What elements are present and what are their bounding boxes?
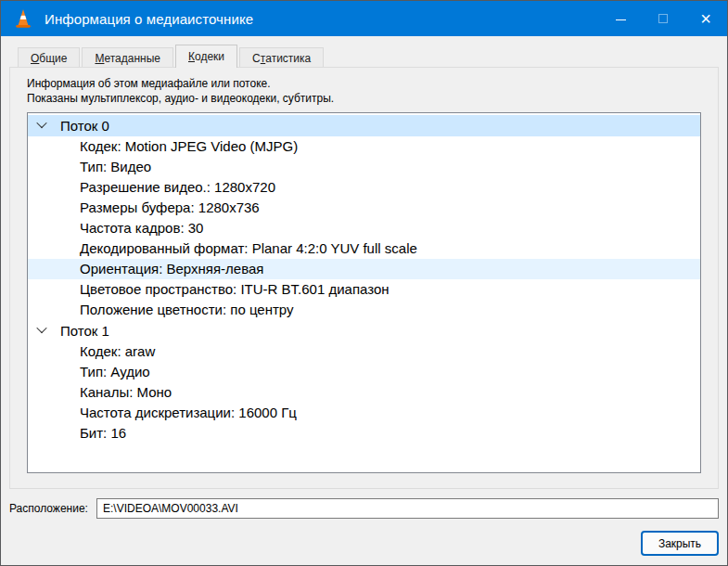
codec-tab-pane: Информация об этом медиафайле или потоке… (9, 67, 719, 489)
close-dialog-button[interactable]: Закрыть (641, 531, 719, 556)
info-line-1: Информация об этом медиафайле или потоке… (27, 76, 701, 91)
dialog-body: ОбщиеМетаданныеКодекиСтатистика Информац… (1, 36, 727, 565)
window-title: Информация о медиаисточнике (45, 11, 253, 27)
tree-item[interactable]: Декодированный формат: Planar 4:2:0 YUV … (28, 238, 700, 259)
tree-item[interactable]: Частота кадров: 30 (28, 218, 700, 238)
stream-label: Поток 0 (60, 118, 109, 134)
button-row: Закрыть (9, 531, 719, 556)
tree-stream-header[interactable]: Поток 0 (28, 115, 700, 136)
vlc-cone-icon (13, 8, 33, 29)
tree-item[interactable]: Кодек: araw (28, 341, 700, 362)
tree-item[interactable]: Тип: Аудио (28, 362, 700, 382)
tree-item[interactable]: Цветовое пространство: ITU-R BT.601 диап… (28, 279, 700, 300)
title-bar[interactable]: Информация о медиаисточнике × (1, 1, 727, 36)
location-row: Расположение: (9, 498, 719, 519)
media-info-dialog: Информация о медиаисточнике × ОбщиеМетад… (0, 0, 728, 566)
tree-item[interactable]: Тип: Видео (28, 157, 700, 177)
tree-item[interactable]: Частота дискретизации: 16000 Гц (28, 403, 700, 423)
tree-item[interactable]: Ориентация: Верхняя-левая (28, 259, 700, 279)
minimize-button[interactable] (599, 1, 642, 36)
codec-tree[interactable]: Поток 0Кодек: Motion JPEG Video (MJPG)Ти… (27, 112, 701, 473)
tree-item[interactable]: Кодек: Motion JPEG Video (MJPG) (28, 136, 700, 157)
tree-item[interactable]: Положение цветности: по центру (28, 300, 700, 320)
chevron-down-icon[interactable] (36, 117, 46, 127)
tree-item[interactable]: Размеры буфера: 1280x736 (28, 198, 700, 218)
tab-bar: ОбщиеМетаданныеКодекиСтатистика (9, 45, 719, 67)
tab-general[interactable]: Общие (18, 47, 80, 67)
location-label: Расположение: (9, 502, 96, 515)
close-window-button[interactable]: × (684, 1, 727, 36)
tree-item[interactable]: Разрешение видео.: 1280x720 (28, 177, 700, 198)
tab-statistics[interactable]: Статистика (239, 47, 324, 67)
chevron-down-icon[interactable] (36, 322, 46, 332)
tab-metadata[interactable]: Метаданные (82, 47, 173, 67)
tree-item[interactable]: Каналы: Моно (28, 382, 700, 403)
tab-codec[interactable]: Кодеки (175, 45, 237, 68)
tree-item[interactable]: Бит: 16 (28, 423, 700, 444)
tree-stream-header[interactable]: Поток 1 (28, 320, 700, 341)
location-input[interactable] (96, 498, 719, 519)
stream-label: Поток 1 (60, 323, 109, 339)
maximize-button[interactable] (642, 1, 684, 36)
info-line-2: Показаны мультиплексор, аудио- и видеоко… (27, 91, 701, 106)
